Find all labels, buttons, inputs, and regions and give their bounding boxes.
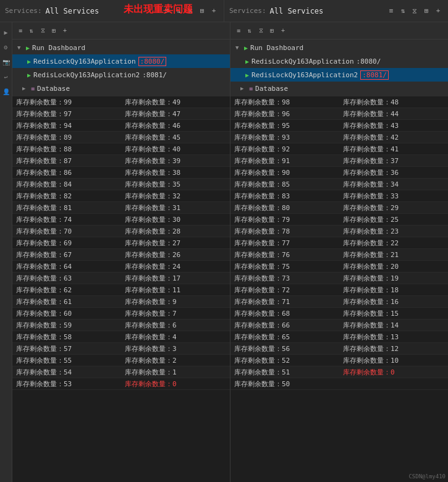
- right-cell-right: 库存剩余数量：29: [339, 203, 448, 213]
- left-data-row: 库存剩余数量：59库存剩余数量：6: [12, 319, 230, 331]
- right-toolbar-sort[interactable]: ⇅: [245, 27, 254, 35]
- plus-icon[interactable]: +: [209, 6, 219, 16]
- left-toolbar-filter[interactable]: ⧖: [38, 27, 47, 35]
- left-cell-right: 库存剩余数量：45: [121, 133, 230, 142]
- right-cell-left: 库存剩余数量：80: [230, 203, 339, 213]
- right-panel-header: Services: All Services ≡ ⇅ ⧖ ⊞ +: [224, 0, 448, 22]
- right-data-row: 库存剩余数量：66库存剩余数量：14: [230, 319, 448, 331]
- right-cell-left: 库存剩余数量：83: [230, 192, 339, 201]
- left-toolbar-plus[interactable]: +: [61, 27, 69, 35]
- right-run-icon: ▶: [244, 44, 248, 51]
- left-cell-left: 库存剩余数量：60: [12, 309, 121, 318]
- right-db-row[interactable]: ▶ ≡ Database: [230, 82, 448, 95]
- right-data-row: 库存剩余数量：95库存剩余数量：43: [230, 120, 448, 132]
- left-data-row: 库存剩余数量：62库存剩余数量：11: [12, 284, 230, 296]
- right-cell-right: 库存剩余数量：23: [339, 227, 448, 236]
- left-toolbar-sort[interactable]: ⇅: [27, 27, 36, 35]
- left-data-row: 库存剩余数量：87库存剩余数量：39: [12, 155, 230, 167]
- watermark: CSDN@lmy410: [408, 473, 446, 480]
- right-cell-left: 库存剩余数量：56: [230, 344, 339, 353]
- left-cell-right: 库存剩余数量：2: [121, 356, 230, 365]
- refresh-icon-r[interactable]: ≡: [386, 6, 396, 16]
- right-toolbar-plus[interactable]: +: [279, 27, 287, 35]
- left-cell-left: 库存剩余数量：54: [12, 368, 121, 377]
- gear-icon[interactable]: ⚙: [1, 42, 11, 52]
- right-cell-right: 库存剩余数量：48: [339, 98, 448, 107]
- left-cell-right: 库存剩余数量：7: [121, 309, 230, 318]
- right-data-row: 库存剩余数量：52库存剩余数量：10: [230, 355, 448, 366]
- left-cell-right: 库存剩余数量：46: [121, 121, 230, 130]
- left-cell-left: 库存剩余数量：89: [12, 133, 121, 142]
- right-cell-right: 库存剩余数量：14: [339, 321, 448, 330]
- right-data-row: 库存剩余数量：50: [230, 378, 448, 390]
- right-cell-left: 库存剩余数量：66: [230, 321, 339, 330]
- right-run-dashboard-row[interactable]: ▼ ▶ Run Dashboard: [230, 41, 448, 54]
- right-app2-label: RedisLockQy163Application2: [251, 71, 358, 79]
- left-app1-row[interactable]: ▶ RedisLockQy163Application :8080/: [12, 54, 230, 68]
- left-cell-left: 库存剩余数量：69: [12, 239, 121, 248]
- right-cell-right: 库存剩余数量：19: [339, 274, 448, 283]
- left-cell-right: 库存剩余数量：27: [121, 239, 230, 248]
- left-cell-left: 库存剩余数量：53: [12, 379, 121, 389]
- left-data-row: 库存剩余数量：70库存剩余数量：28: [12, 226, 230, 237]
- right-data-row: 库存剩余数量：71库存剩余数量：16: [230, 296, 448, 308]
- right-cell-left: 库存剩余数量：96: [230, 109, 339, 119]
- right-app2-run-icon: ▶: [245, 72, 249, 78]
- sort-icon-r[interactable]: ⇅: [398, 6, 408, 16]
- right-data-row: 库存剩余数量：98库存剩余数量：48: [230, 96, 448, 108]
- left-data-row: 库存剩余数量：89库存剩余数量：45: [12, 132, 230, 143]
- left-cell-right: 库存剩余数量：9: [121, 297, 230, 307]
- right-cell-left: 库存剩余数量：79: [230, 215, 339, 224]
- left-run-dashboard-label: Run Dashboard: [32, 44, 85, 52]
- right-cell-right: 库存剩余数量：18: [339, 285, 448, 295]
- camera-icon[interactable]: 📷: [1, 57, 11, 67]
- undo-icon[interactable]: ↩: [1, 72, 11, 82]
- right-data-row: 库存剩余数量：79库存剩余数量：25: [230, 214, 448, 226]
- right-data-row: 库存剩余数量：75库存剩余数量：20: [230, 261, 448, 273]
- right-toolbar-filter[interactable]: ⧖: [256, 27, 265, 35]
- left-cell-left: 库存剩余数量：62: [12, 285, 121, 295]
- right-cell-left: 库存剩余数量：72: [230, 285, 339, 295]
- left-data-row: 库存剩余数量：60库存剩余数量：7: [12, 308, 230, 319]
- left-db-row[interactable]: ▶ ≡ Database: [12, 82, 230, 95]
- plus-icon-r[interactable]: +: [433, 6, 443, 16]
- left-cell-left: 库存剩余数量：58: [12, 332, 121, 342]
- left-cell-right: 库存剩余数量：30: [121, 215, 230, 224]
- right-data-scroll[interactable]: 库存剩余数量：98库存剩余数量：48库存剩余数量：96库存剩余数量：44库存剩余…: [230, 96, 448, 482]
- right-cell-right: 库存剩余数量：15: [339, 309, 448, 318]
- left-toolbar-group[interactable]: ⊞: [49, 27, 58, 35]
- left-cell-left: 库存剩余数量：63: [12, 274, 121, 283]
- left-cell-right: 库存剩余数量：38: [121, 168, 230, 177]
- left-cell-right: 库存剩余数量：24: [121, 262, 230, 271]
- left-cell-right: 库存剩余数量：1: [121, 368, 230, 377]
- group-icon[interactable]: ⊞: [197, 6, 207, 16]
- right-toolbar-group[interactable]: ⊞: [268, 27, 276, 35]
- filter-icon-r[interactable]: ⧖: [410, 6, 420, 16]
- right-app1-row[interactable]: ▶ RedisLockQy163Application :8080/: [230, 54, 448, 68]
- play-icon[interactable]: ▶: [1, 27, 11, 37]
- left-cell-left: 库存剩余数量：57: [12, 344, 121, 353]
- right-toolbar-menu[interactable]: ≡: [234, 27, 243, 35]
- right-cell-left: 库存剩余数量：71: [230, 297, 339, 307]
- left-cell-left: 库存剩余数量：99: [12, 98, 121, 107]
- right-data-row: 库存剩余数量：80库存剩余数量：29: [230, 202, 448, 214]
- right-db-arrow: ▶: [240, 85, 247, 91]
- right-cell-right: 库存剩余数量：36: [339, 168, 448, 177]
- left-data-row: 库存剩余数量：63库存剩余数量：17: [12, 273, 230, 284]
- right-cell-left: 库存剩余数量：90: [230, 168, 339, 177]
- right-cell-left: 库存剩余数量：50: [230, 379, 339, 389]
- left-toolbar-menu[interactable]: ≡: [16, 27, 25, 35]
- left-data-scroll[interactable]: 库存剩余数量：99库存剩余数量：49库存剩余数量：97库存剩余数量：47库存剩余…: [12, 96, 230, 482]
- user-icon[interactable]: 👤: [1, 87, 11, 96]
- right-cell-left: 库存剩余数量：68: [230, 309, 339, 318]
- right-cell-left: 库存剩余数量：98: [230, 98, 339, 107]
- right-data-row: 库存剩余数量：56库存剩余数量：12: [230, 343, 448, 355]
- left-run-dashboard-row[interactable]: ▼ ▶ Run Dashboard: [12, 41, 230, 54]
- left-app2-row[interactable]: ▶ RedisLockQy163Application2 :8081/: [12, 68, 230, 82]
- group-icon-r[interactable]: ⊞: [421, 6, 431, 16]
- left-data-row: 库存剩余数量：88库存剩余数量：40: [12, 143, 230, 155]
- app2-run-icon: ▶: [27, 72, 31, 78]
- right-data-row: 库存剩余数量：96库存剩余数量：44: [230, 108, 448, 120]
- left-data-row: 库存剩余数量：74库存剩余数量：30: [12, 214, 230, 226]
- right-app2-row[interactable]: ▶ RedisLockQy163Application2 :8081/: [230, 68, 448, 82]
